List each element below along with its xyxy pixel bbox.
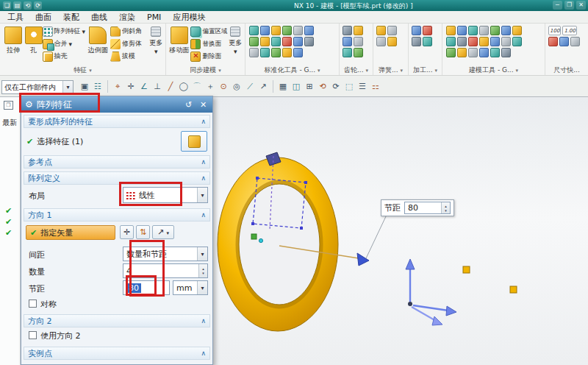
toolbar-icon[interactable] xyxy=(468,26,478,35)
toolbar-icon[interactable] xyxy=(376,26,386,35)
count-field[interactable]: 4 ▴ ▾ xyxy=(123,263,208,278)
sync-more-button[interactable]: 更多 ▾ xyxy=(227,25,243,55)
toolbar-icon[interactable] xyxy=(376,37,386,46)
unit-dropdown[interactable]: mm ▾ xyxy=(173,280,208,295)
pattern-drag-handles[interactable] xyxy=(406,259,456,325)
chamfer-button[interactable]: 倒斜角 xyxy=(110,25,148,38)
sync-group-label[interactable]: 同步建模 ▾ xyxy=(166,65,245,75)
history-check-icon[interactable]: ✔ xyxy=(5,217,12,227)
pattern-feature-button[interactable]: 阵列特征 ▾ xyxy=(43,25,86,38)
spacing-dropdown[interactable]: 数量和节距 ▾ xyxy=(123,247,208,261)
dialog-title-bar[interactable]: ⚙ 阵列特征 ↺ ✕ xyxy=(21,96,212,113)
toolbar-icon[interactable]: ⚏ xyxy=(369,79,382,93)
toolbar-icon[interactable] xyxy=(282,26,292,35)
toolbar-icon[interactable] xyxy=(548,37,558,46)
toolbar-icon[interactable] xyxy=(293,48,303,57)
toolbar-icon[interactable] xyxy=(457,26,467,35)
section-direction-1[interactable]: 方向 1 ∧ xyxy=(24,208,210,222)
chevron-down-icon[interactable]: ▾ xyxy=(197,188,207,202)
tab-pmi[interactable]: PMI xyxy=(147,13,161,22)
spinner-down-icon[interactable]: ▾ xyxy=(442,208,450,213)
pattern-instance-preview[interactable] xyxy=(463,266,517,293)
undo-icon[interactable]: ⟲ xyxy=(24,1,32,10)
section-pattern-definition[interactable]: 阵列定义 ∧ xyxy=(24,171,210,185)
toolbar-icon[interactable] xyxy=(559,37,569,46)
new-part-icon[interactable]: ❏ xyxy=(3,1,11,10)
spinner-icon[interactable]: ▴ ▾ xyxy=(198,264,207,277)
toolbar-icon[interactable]: ▣ xyxy=(78,79,91,93)
toolbar-icon[interactable]: ⊞ xyxy=(303,79,316,93)
history-check-icon[interactable]: ✔ xyxy=(5,206,12,216)
toolbar-icon[interactable] xyxy=(343,37,352,46)
specify-vector-step[interactable]: ✔ 指定矢量 xyxy=(26,225,115,240)
toolbar-icon[interactable] xyxy=(249,26,259,35)
toolbar-icon[interactable]: ☰ xyxy=(356,79,369,93)
tab-assembly[interactable]: 装配 xyxy=(63,12,79,23)
dialog-close-icon[interactable]: ✕ xyxy=(198,100,209,110)
toolbar-icon[interactable]: ⊙ xyxy=(217,79,230,93)
chevron-up-icon[interactable]: ∧ xyxy=(201,158,206,166)
maximize-button[interactable]: ❐ xyxy=(564,1,574,10)
reverse-direction-icon[interactable]: ⇅ xyxy=(136,225,150,239)
chevron-down-icon[interactable]: ▾ xyxy=(197,281,207,294)
toolbar-icon[interactable]: ＋ xyxy=(204,79,217,93)
toolbar-icon[interactable]: ◫ xyxy=(290,79,303,93)
toolbar-icon[interactable] xyxy=(412,26,421,35)
section-features-to-pattern[interactable]: 要形成阵列的特征 ∧ xyxy=(24,115,210,128)
toolbar-icon[interactable]: ⊥ xyxy=(151,79,164,93)
toolbar-icon[interactable] xyxy=(446,26,456,35)
trim-body-button[interactable]: 修剪体 xyxy=(110,38,148,50)
dim-1-00-icon[interactable]: 1.00 xyxy=(562,26,577,35)
toolbar-icon[interactable] xyxy=(570,37,580,46)
chevron-up-icon[interactable]: ∧ xyxy=(201,350,206,357)
toolbar-icon[interactable]: ╱ xyxy=(164,79,177,93)
dimension-group-label[interactable]: 尺寸快... xyxy=(545,65,588,75)
standard-tools-group-label[interactable]: 标准化工具 - G... ▾ xyxy=(245,65,339,75)
toolbar-icon[interactable] xyxy=(293,26,303,35)
dialog-reset-icon[interactable]: ↺ xyxy=(183,100,194,110)
toolbar-icon[interactable] xyxy=(271,37,281,46)
dim-100-icon[interactable]: 100 xyxy=(548,26,561,35)
toolbar-icon[interactable] xyxy=(446,37,456,46)
machining-group-label[interactable]: 加工... ▾ xyxy=(409,65,442,75)
toolbar-icon[interactable] xyxy=(249,48,259,57)
redo-icon[interactable]: ⟳ xyxy=(34,1,42,10)
delete-face-button[interactable]: 删除面 xyxy=(190,50,227,63)
extrude-button[interactable]: 拉伸 xyxy=(1,25,25,55)
tab-surface[interactable]: 曲面 xyxy=(35,12,51,23)
graphics-viewport[interactable] xyxy=(213,97,588,365)
hole-button[interactable]: 孔 xyxy=(25,25,43,55)
toolbar-icon[interactable] xyxy=(354,37,363,46)
toolbar-icon[interactable] xyxy=(260,48,270,57)
toolbar-icon[interactable]: ✛ xyxy=(124,79,137,93)
toolbar-icon[interactable] xyxy=(387,26,397,35)
toolbar-icon[interactable] xyxy=(260,26,270,35)
toolbar-icon[interactable] xyxy=(501,48,511,57)
toolbar-icon[interactable] xyxy=(479,26,489,35)
offset-region-button[interactable]: 偏置区域 xyxy=(190,25,227,38)
toolbar-icon[interactable] xyxy=(490,37,500,46)
toolbar-icon[interactable] xyxy=(282,37,292,46)
toolbar-icon[interactable]: ⟳ xyxy=(329,79,343,93)
toolbar-icon[interactable] xyxy=(260,37,270,46)
toolbar-icon[interactable]: ◯ xyxy=(177,79,190,93)
toolbar-icon[interactable] xyxy=(354,26,363,35)
tab-tools[interactable]: 工具 xyxy=(7,12,24,23)
toolbar-icon[interactable] xyxy=(457,37,467,46)
toolbar-icon[interactable] xyxy=(490,26,500,35)
gear-group-label[interactable]: 齿轮... ▾ xyxy=(340,65,373,75)
layout-dropdown[interactable]: 线性 ▾ xyxy=(123,187,208,203)
toolbar-icon[interactable] xyxy=(446,48,456,57)
vector-dialog-icon[interactable]: ✛ xyxy=(120,225,134,239)
toolbar-icon[interactable] xyxy=(387,37,397,46)
chevron-up-icon[interactable]: ∧ xyxy=(201,317,206,325)
toolbar-icon[interactable] xyxy=(468,37,478,46)
toolbar-icon[interactable] xyxy=(423,37,432,46)
toolbar-icon[interactable] xyxy=(354,48,363,57)
toolbar-icon[interactable] xyxy=(512,26,522,35)
datum-origin-square[interactable] xyxy=(251,234,257,239)
on-screen-pitch-input[interactable]: 节距 80 ▴ ▾ xyxy=(381,199,454,216)
toolbar-icon[interactable]: ∠ xyxy=(137,79,151,93)
pitch-tag-field[interactable]: 80 ▴ ▾ xyxy=(404,202,451,214)
datum-origin-point[interactable] xyxy=(259,238,262,242)
